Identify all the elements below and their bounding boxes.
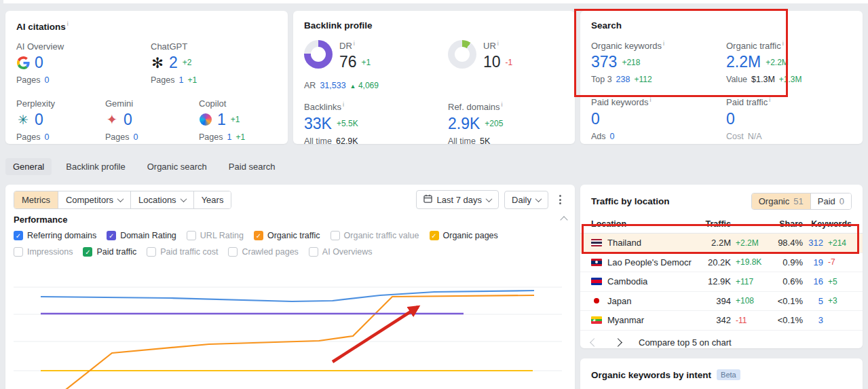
segment-locations[interactable]: Locations: [131, 191, 194, 208]
ai-citations-row-2: Perplexity ✳ 0 Pages0 Gemini ✦ 0 Pages0 …: [16, 98, 277, 142]
performance-line-chart[interactable]: [5, 268, 575, 389]
segment-metrics[interactable]: Metrics: [14, 191, 58, 208]
keywords-by-intent-card: Organic keywords by intent Beta: [580, 358, 863, 389]
share-value: 98.4%: [766, 238, 803, 248]
info-icon[interactable]: i: [663, 40, 664, 47]
performance-title: Performance: [14, 215, 67, 225]
date-range-button[interactable]: Last 7 days: [416, 190, 499, 209]
checkbox-label: Domain Rating: [120, 231, 176, 240]
metric-ref-domains: Ref. domainsi 2.9K+205 All time5K: [448, 101, 564, 145]
checkbox-label: Paid traffic: [96, 247, 136, 257]
chart-mode-segmented-control: Metrics Competitors Locations Years: [14, 191, 231, 209]
traffic-value: 394: [692, 296, 731, 306]
collapse-chevron-icon[interactable]: [560, 216, 567, 223]
tab-general[interactable]: General: [5, 158, 52, 175]
table-row-la[interactable]: Lao People's Democratic Reput20.2K+19.8K…: [580, 253, 863, 273]
organic-traffic-value[interactable]: 2.2M: [726, 54, 761, 70]
chevron-down-icon: [486, 196, 493, 202]
sub-label: Pages: [16, 132, 40, 142]
keywords-value[interactable]: 19: [803, 257, 823, 267]
traffic-by-location-card: Traffic by location Organic51 Paid0 Loca…: [580, 185, 863, 348]
keywords-value[interactable]: 16: [803, 276, 823, 286]
checkbox-ai-overviews[interactable]: AI Overviews: [309, 247, 373, 257]
keywords-value[interactable]: 312: [803, 238, 823, 248]
google-logo-icon: [16, 56, 30, 69]
checkbox-organic-traffic[interactable]: ✓Organic traffic: [254, 231, 320, 240]
chatgpt-value[interactable]: 2: [169, 55, 178, 71]
info-icon[interactable]: i: [502, 101, 503, 108]
sub-value[interactable]: 0: [44, 75, 49, 85]
segment-competitors[interactable]: Competitors: [58, 191, 131, 208]
info-icon[interactable]: i: [67, 20, 69, 27]
tab-backlink-profile[interactable]: Backlink profile: [58, 158, 132, 175]
tab-paid-search[interactable]: Paid search: [221, 158, 283, 175]
checkbox-url-rating[interactable]: URL Rating: [187, 231, 244, 240]
metric-label: Organic traffici: [726, 40, 852, 51]
kebab-menu-icon[interactable]: [554, 192, 567, 207]
location-cell: Lao People's Democratic Reput: [591, 257, 692, 267]
keywords-value[interactable]: 3: [803, 315, 823, 325]
sub-value[interactable]: 1: [227, 132, 231, 142]
chevron-down-icon: [180, 196, 187, 202]
table-row-kh[interactable]: Cambodia12.9K+1170.6%16+5: [580, 272, 863, 292]
dr-block: DRi 76+1 AR31,533▲ 4,069: [304, 40, 448, 90]
segment-years[interactable]: Years: [194, 191, 231, 208]
organic-keywords-value[interactable]: 373: [591, 54, 617, 70]
backlink-profile-card: Backlink profile DRi 76+1 AR31,533▲ 4,06…: [293, 11, 575, 144]
metric-copilot: Copilot 1 +1 Pages1+1: [199, 98, 277, 142]
location-cell: Thailand: [591, 238, 692, 248]
keywords-value[interactable]: 5: [803, 296, 823, 306]
ai-overview-value[interactable]: 0: [35, 55, 43, 71]
keywords-by-intent-title: Organic keywords by intent: [591, 370, 711, 380]
checkbox-impressions[interactable]: Impressions: [14, 247, 73, 257]
checkbox-organic-pages[interactable]: ✓Organic pages: [430, 231, 498, 240]
ar-value[interactable]: 31,533: [320, 81, 345, 90]
column-location[interactable]: Location: [591, 219, 692, 229]
checkbox-icon: [228, 247, 238, 257]
toggle-organic[interactable]: Organic51: [752, 193, 810, 209]
paid-keywords-value[interactable]: 0: [591, 111, 600, 127]
gemini-value[interactable]: 0: [124, 112, 132, 128]
table-row-mm[interactable]: Myanmar342-11<0.1%3: [580, 311, 863, 331]
checkbox-referring-domains[interactable]: ✓Referring domains: [14, 231, 96, 240]
perplexity-logo-icon: ✳: [16, 113, 30, 126]
checkbox-organic-traffic-value[interactable]: Organic traffic value: [331, 231, 419, 240]
checkbox-icon: [331, 231, 340, 240]
checkbox-paid-traffic[interactable]: ✓Paid traffic: [83, 247, 136, 257]
granularity-button[interactable]: Daily: [504, 191, 548, 209]
tab-organic-search[interactable]: Organic search: [140, 158, 214, 175]
prev-page-chevron-icon[interactable]: [590, 338, 599, 347]
sub-value[interactable]: 0: [133, 132, 138, 142]
column-share[interactable]: Share: [766, 219, 803, 229]
table-row-jp[interactable]: Japan394+108<0.1%5+3: [580, 292, 863, 312]
info-icon[interactable]: i: [769, 96, 770, 103]
compare-top5-link[interactable]: Compare top 5 on chart: [639, 337, 732, 348]
info-icon[interactable]: i: [650, 96, 652, 103]
table-row-th[interactable]: Thailand2.2M+2.2M98.4%312+214: [580, 234, 863, 253]
sub-value[interactable]: 1: [178, 75, 183, 85]
info-icon[interactable]: i: [497, 40, 499, 47]
top3-value[interactable]: 238: [616, 75, 630, 84]
perplexity-value[interactable]: 0: [35, 112, 43, 128]
info-icon[interactable]: i: [782, 40, 784, 47]
sub-label: Pages: [16, 75, 40, 85]
sub-value[interactable]: 0: [44, 132, 49, 142]
paid-traffic-value[interactable]: 0: [726, 111, 735, 127]
column-keywords[interactable]: Keywords: [803, 219, 852, 229]
column-traffic[interactable]: Traffic: [692, 219, 731, 229]
ref-domains-value[interactable]: 2.9K: [448, 116, 480, 132]
checkbox-domain-rating[interactable]: ✓Domain Rating: [107, 231, 176, 240]
next-page-chevron-icon[interactable]: [614, 338, 622, 347]
checkbox-paid-traffic-cost[interactable]: Paid traffic cost: [147, 247, 218, 257]
ai-citations-title: AI citationsi: [16, 20, 277, 32]
info-icon[interactable]: i: [354, 40, 355, 47]
location-cell: Japan: [591, 296, 692, 306]
copilot-value[interactable]: 1: [217, 112, 226, 128]
info-icon[interactable]: i: [343, 101, 344, 108]
checkbox-crawled-pages[interactable]: Crawled pages: [228, 247, 298, 257]
backlinks-value[interactable]: 33K: [304, 116, 332, 132]
ads-value[interactable]: 0: [610, 132, 615, 141]
toggle-paid[interactable]: Paid0: [810, 193, 851, 209]
checkbox-icon: ✓: [14, 231, 23, 240]
metric-paid-keywords: Paid keywordsi 0 Ads0: [591, 96, 726, 141]
